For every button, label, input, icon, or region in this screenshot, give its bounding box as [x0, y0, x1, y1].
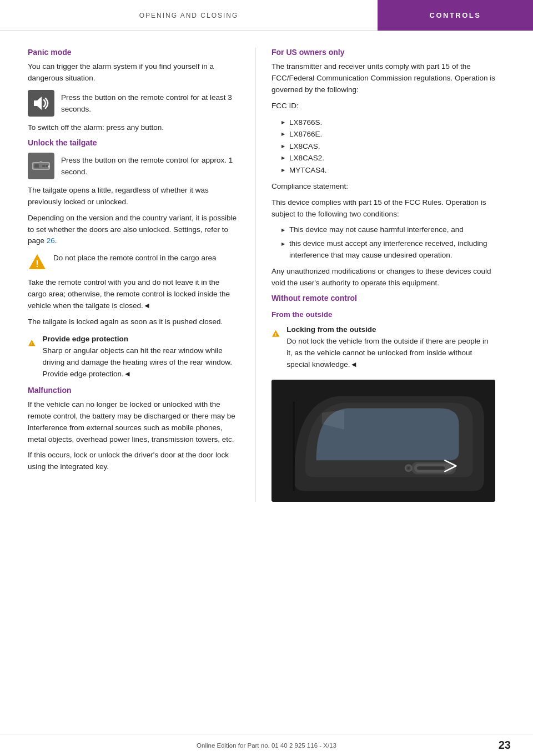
- tailgate-icon-text: Press the button on the remote control f…: [61, 153, 240, 178]
- svg-text:!: !: [36, 259, 38, 269]
- without-remote-title: Without remote control: [271, 294, 495, 303]
- fcc-id-4: LX8CAS2.: [281, 152, 495, 164]
- from-outside-subtitle: From the outside: [271, 310, 495, 319]
- fcc-id-1: LX8766S.: [281, 117, 495, 129]
- panic-mode-text: You can trigger the alarm system if you …: [28, 61, 240, 84]
- fcc-intro: The transmitter and receiver units compl…: [271, 61, 495, 96]
- without-remote-section: Without remote control From the outside …: [271, 294, 495, 502]
- svg-rect-16: [417, 466, 445, 470]
- car-door-image: [271, 380, 495, 502]
- fcc-title: For US owners only: [271, 48, 495, 57]
- car-key-icon-box: [28, 153, 54, 179]
- tailgate-warning-1: ! Do not place the remote control in the…: [28, 253, 240, 271]
- tailgate-after-warning: Take the remote control with you and do …: [28, 277, 240, 312]
- header-section-label: OPENING AND CLOSING: [0, 12, 378, 19]
- tailgate-warning-2: ! Provide edge protection Sharp or angul…: [28, 334, 240, 380]
- warning-triangle-icon: !: [28, 253, 47, 271]
- compliance-intro: This device complies with part 15 of the…: [271, 197, 495, 220]
- unlock-tailgate-title: Unlock the tailgate: [28, 138, 240, 147]
- svg-text:!: !: [275, 332, 276, 337]
- panic-after-icon: To switch off the alarm: press any butto…: [28, 122, 240, 134]
- after-compliance: Any unauthorized modifications or change…: [271, 266, 495, 289]
- tailgate-after-warning2: The tailgate is locked again as soon as …: [28, 316, 240, 328]
- svg-marker-0: [34, 97, 42, 110]
- compliance-item-2: this device must accept any interference…: [281, 238, 495, 261]
- warning-triangle-icon-3: !: [271, 324, 280, 343]
- page-link[interactable]: 26: [47, 236, 55, 245]
- tailgate-warning-2-text: Provide edge protection Sharp or angular…: [43, 334, 240, 380]
- right-column: For US owners only The transmitter and r…: [255, 48, 511, 502]
- malfunction-para-1: If the vehicle can no longer be locked o…: [28, 399, 240, 446]
- page-number: 23: [499, 739, 511, 752]
- tailgate-para-2: Depending on the version and the country…: [28, 213, 240, 248]
- page-footer: Online Edition for Part no. 01 40 2 925 …: [0, 734, 533, 756]
- page-header: OPENING AND CLOSING CONTROLS: [0, 0, 533, 31]
- panic-icon-box: Press the button on the remote control f…: [28, 90, 240, 117]
- tailgate-icon-box: Press the button on the remote control f…: [28, 153, 240, 179]
- tailgate-warning-1-text: Do not place the remote control in the c…: [53, 253, 216, 264]
- fcc-id-3: LX8CAS.: [281, 140, 495, 153]
- fcc-id-2: LX8766E.: [281, 128, 495, 140]
- svg-text:!: !: [31, 342, 32, 346]
- compliance-label: Compliance statement:: [271, 181, 495, 193]
- left-column: Panic mode You can trigger the alarm sys…: [0, 48, 255, 502]
- main-content: Panic mode You can trigger the alarm sys…: [0, 31, 533, 502]
- malfunction-section: Malfunction If the vehicle can no longer…: [28, 386, 240, 473]
- fcc-id-list: LX8766S. LX8766E. LX8CAS. LX8CAS2. MYTCA…: [281, 117, 495, 177]
- panic-mode-section: Panic mode You can trigger the alarm sys…: [28, 48, 240, 134]
- compliance-item-1: This device may not cause harmful interf…: [281, 224, 495, 236]
- panic-icon-text: Press the button on the remote control f…: [61, 90, 240, 115]
- malfunction-title: Malfunction: [28, 386, 240, 395]
- tailgate-para-1: The tailgate opens a little, regardless …: [28, 185, 240, 208]
- fcc-section: For US owners only The transmitter and r…: [271, 48, 495, 289]
- svg-rect-4: [42, 165, 45, 167]
- fcc-id-label: FCC ID:: [271, 100, 495, 112]
- footer-text: Online Edition for Part no. 01 40 2 925 …: [197, 742, 336, 749]
- svg-point-6: [48, 165, 50, 168]
- svg-rect-3: [34, 164, 39, 168]
- panic-mode-title: Panic mode: [28, 48, 240, 57]
- header-controls-label: CONTROLS: [378, 0, 533, 31]
- fcc-id-5: MYTCAS4.: [281, 164, 495, 177]
- warning-triangle-icon-2: !: [28, 334, 36, 352]
- svg-point-19: [408, 467, 410, 469]
- speaker-icon-box: [28, 90, 54, 117]
- outside-warning: ! Locking from the outside Do not lock t…: [271, 324, 495, 371]
- compliance-list: This device may not cause harmful interf…: [281, 224, 495, 261]
- malfunction-para-2: If this occurs, lock or unlock the drive…: [28, 450, 240, 473]
- outside-warning-text: Locking from the outside Do not lock the…: [286, 324, 495, 371]
- unlock-tailgate-section: Unlock the tailgate Press the button on …: [28, 138, 240, 380]
